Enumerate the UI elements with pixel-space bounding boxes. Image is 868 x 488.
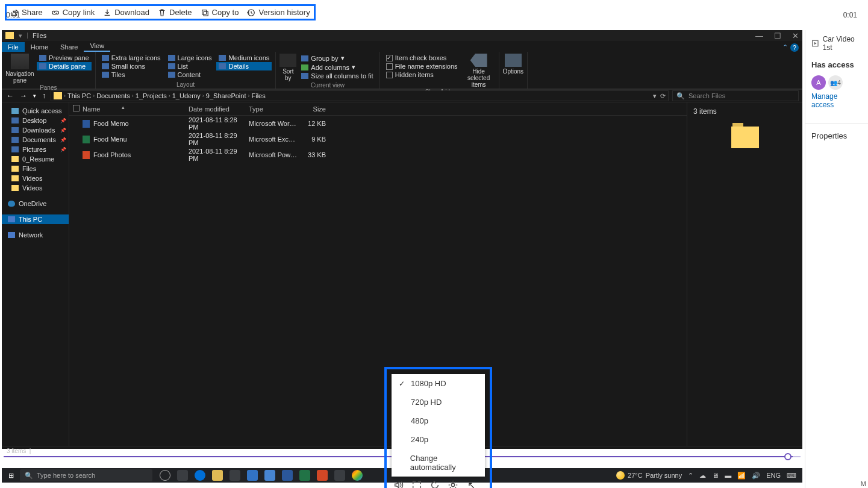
quality-1080p[interactable]: ✓1080p HD: [392, 374, 485, 393]
task-explorer[interactable]: [212, 470, 223, 481]
select-all-checkbox[interactable]: [73, 105, 80, 111]
task-app-2[interactable]: [264, 470, 275, 481]
task-excel[interactable]: [299, 470, 310, 481]
task-app-3[interactable]: [334, 470, 345, 481]
search-box[interactable]: 🔍 Search Files: [672, 90, 799, 101]
sort-by-button[interactable]: Sort by: [279, 68, 296, 81]
tray-battery-icon[interactable]: ▬: [725, 472, 731, 479]
tab-view[interactable]: View: [84, 41, 110, 52]
tab-file[interactable]: File: [2, 42, 25, 52]
sidebar-quick-access[interactable]: Quick access: [2, 106, 69, 116]
layout-xl-icons[interactable]: Extra large icons: [99, 54, 163, 62]
nav-forward[interactable]: →: [19, 92, 28, 100]
help-button[interactable]: ?: [790, 43, 799, 52]
layout-large-icons[interactable]: Large icons: [166, 54, 214, 62]
task-powerpoint[interactable]: [317, 470, 328, 481]
progress-thumb[interactable]: [784, 453, 792, 460]
window-titlebar: ▾ Files — ☐ ✕: [2, 30, 802, 41]
sidebar-downloads[interactable]: Downloads📌: [2, 125, 69, 135]
sidebar-this-pc[interactable]: This PC: [2, 214, 69, 224]
tray-ime-icon[interactable]: ⌨: [787, 472, 796, 480]
sidebar-files[interactable]: Files: [2, 164, 69, 174]
task-taskview[interactable]: [177, 470, 188, 481]
copy-link-button[interactable]: Copy link: [51, 8, 95, 17]
manage-access-link[interactable]: Manage access: [811, 92, 862, 109]
task-cortana[interactable]: [160, 470, 170, 481]
layout-details[interactable]: Details: [216, 62, 272, 70]
tab-share[interactable]: Share: [54, 42, 84, 52]
quality-240p[interactable]: ✓240p: [392, 430, 485, 449]
hide-selected-button[interactable]: Hide selected items: [463, 68, 495, 88]
nav-up[interactable]: ↑: [41, 92, 47, 100]
column-name[interactable]: Name▴: [83, 105, 189, 113]
file-row[interactable]: Food Photos2021-08-11 8:29 PMMicrosoft P…: [69, 147, 687, 163]
quality-480p[interactable]: ✓480p: [392, 411, 485, 430]
column-date[interactable]: Date modified: [189, 105, 249, 113]
sidebar-desktop[interactable]: Desktop📌: [2, 116, 69, 125]
preview-pane-button[interactable]: Preview pane: [37, 54, 92, 62]
delete-button[interactable]: Delete: [158, 8, 192, 17]
tray-display-icon[interactable]: 🖥: [712, 472, 719, 479]
settings-button[interactable]: [447, 479, 459, 488]
group-by-button[interactable]: Group by ▾: [299, 54, 375, 63]
layout-content[interactable]: Content: [166, 70, 214, 79]
hidden-items-toggle[interactable]: Hidden items: [384, 70, 460, 79]
tray-cloud-icon[interactable]: ☁: [699, 472, 706, 480]
task-app-4[interactable]: [352, 470, 363, 481]
start-button[interactable]: ⊞: [2, 472, 20, 480]
taskbar-search[interactable]: 🔍 Type here to search: [20, 469, 152, 481]
tab-home[interactable]: Home: [25, 42, 54, 52]
sidebar-resume[interactable]: 0_Resume: [2, 154, 69, 164]
column-type[interactable]: Type: [249, 105, 298, 113]
size-columns-button[interactable]: Size all columns to fit: [299, 72, 375, 80]
quality-auto[interactable]: ✓Change automatically: [392, 449, 485, 477]
sidebar-onedrive[interactable]: OneDrive: [2, 199, 69, 208]
task-word[interactable]: [282, 470, 293, 481]
copy-to-button[interactable]: Copy to: [201, 8, 239, 17]
copy-icon: [201, 8, 209, 17]
column-size[interactable]: Size: [298, 105, 331, 113]
weather-widget[interactable]: 27°C Partly sunny: [616, 471, 682, 480]
file-row[interactable]: Food Menu2021-08-11 8:29 PMMicrosoft Exc…: [69, 131, 687, 147]
fullscreen-button[interactable]: [411, 479, 423, 488]
add-columns-button[interactable]: Add columns ▾: [299, 63, 375, 72]
navigation-pane-button[interactable]: Navigation pane: [5, 70, 34, 84]
nav-back[interactable]: ←: [5, 92, 15, 100]
refresh-button[interactable]: ⟳: [660, 92, 666, 100]
close-button[interactable]: ✕: [792, 31, 799, 40]
version-history-button[interactable]: Version history: [247, 8, 310, 17]
nav-recent[interactable]: ▾: [32, 93, 37, 99]
layout-small-icons[interactable]: Small icons: [99, 62, 163, 70]
sidebar-pictures[interactable]: Pictures📌: [2, 145, 69, 154]
file-row[interactable]: Food Memo2021-08-11 8:28 PMMicrosoft Wor…: [69, 116, 687, 131]
sidebar-videos[interactable]: Videos: [2, 174, 69, 183]
task-app-1[interactable]: [247, 470, 258, 481]
item-check-boxes-toggle[interactable]: ✓Item check boxes: [384, 54, 460, 62]
details-pane-button[interactable]: Details pane: [37, 62, 92, 70]
options-button[interactable]: Options: [503, 68, 523, 75]
tray-volume-icon[interactable]: 🔊: [752, 472, 760, 480]
tray-wifi-icon[interactable]: 📶: [737, 472, 746, 480]
breadcrumb-bar[interactable]: › This PC› Documents› 1_Projects› 1_Udem…: [51, 90, 669, 101]
layout-list[interactable]: List: [166, 62, 214, 70]
download-button[interactable]: Download: [103, 8, 149, 17]
volume-button[interactable]: [393, 479, 405, 488]
minimize-button[interactable]: —: [755, 31, 763, 40]
search-icon: 🔍: [676, 92, 685, 100]
crumb-dropdown[interactable]: ▾: [653, 92, 657, 100]
maximize-button[interactable]: ☐: [774, 31, 781, 40]
tray-language[interactable]: ENG: [766, 472, 781, 479]
tray-chevron[interactable]: ⌃: [688, 472, 693, 480]
layout-medium-icons[interactable]: Medium icons: [216, 54, 272, 62]
sidebar-documents[interactable]: Documents📌: [2, 135, 69, 145]
task-store[interactable]: [229, 470, 240, 481]
task-edge[interactable]: [195, 470, 205, 481]
file-extensions-toggle[interactable]: File name extensions: [384, 62, 460, 70]
layout-tiles[interactable]: Tiles: [99, 70, 163, 79]
quality-720p[interactable]: ✓720p HD: [392, 393, 485, 411]
trash-icon: [158, 8, 166, 17]
sidebar-network[interactable]: Network: [2, 230, 69, 240]
sidebar-videos-2[interactable]: Videos: [2, 183, 69, 193]
replay-button[interactable]: [429, 479, 441, 488]
expand-ribbon-button[interactable]: ⌃: [782, 43, 788, 52]
